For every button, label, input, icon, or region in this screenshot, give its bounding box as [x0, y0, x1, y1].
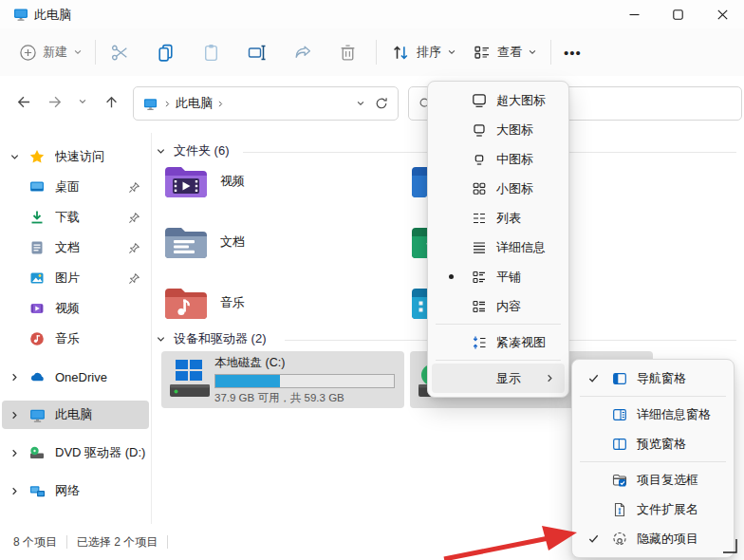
checkmark-icon	[587, 372, 600, 384]
sidebar-item-this-pc[interactable]: 此电脑	[2, 401, 149, 429]
share-button[interactable]	[288, 36, 316, 68]
submenu-item-navigation-pane[interactable]: 导航窗格	[576, 364, 730, 393]
submenu-item-preview-pane[interactable]: 预览窗格	[576, 429, 730, 458]
drives-section-header[interactable]: 设备和驱动器 (2)	[156, 330, 267, 347]
up-button[interactable]	[97, 87, 125, 116]
more-options-button[interactable]: •••	[560, 36, 586, 68]
pin-icon	[128, 181, 147, 194]
refresh-button[interactable]	[373, 97, 398, 110]
checkmark-icon	[587, 532, 600, 545]
address-dropdown-button[interactable]	[348, 99, 373, 108]
folder-tile-music[interactable]: 音乐	[163, 285, 400, 334]
copy-icon	[156, 43, 176, 63]
navigation-pane: 快速访问 桌面 下载 文档 图片	[0, 133, 151, 522]
this-pc-icon	[27, 407, 47, 423]
minimize-icon	[629, 9, 640, 20]
sidebar-item-dvd-drive[interactable]: DVD 驱动器 (D:) CP	[2, 439, 149, 467]
chevron-right-icon	[9, 486, 20, 496]
medium-icons-icon	[472, 152, 487, 167]
minimize-button[interactable]	[612, 0, 656, 28]
desktop-icon	[27, 179, 47, 195]
dvd-drive-icon	[27, 445, 47, 460]
copy-button[interactable]	[152, 36, 179, 68]
status-separator	[66, 535, 67, 549]
cut-icon	[110, 43, 130, 63]
pin-icon	[128, 212, 147, 224]
sidebar-item-music[interactable]: 音乐	[2, 325, 149, 353]
compact-view-icon	[472, 335, 487, 350]
menu-item-extra-large-icons[interactable]: 超大图标	[432, 85, 565, 115]
resize-grip-icon[interactable]	[719, 535, 738, 554]
menu-item-tiles[interactable]: 平铺	[432, 262, 565, 291]
folders-section-header[interactable]: 文件夹 (6)	[156, 142, 230, 159]
menu-item-list[interactable]: 列表	[432, 203, 565, 233]
large-icons-icon	[472, 122, 487, 138]
titlebar: 此电脑	[0, 0, 744, 28]
maximize-button[interactable]	[656, 0, 699, 28]
chevron-right-icon	[163, 100, 172, 108]
network-icon	[27, 483, 47, 499]
more-options-label: •••	[564, 45, 582, 61]
breadcrumb-this-pc[interactable]: 此电脑	[176, 95, 213, 112]
sidebar-item-network[interactable]: 网络	[2, 476, 149, 505]
toolbar-separator	[550, 40, 551, 65]
cut-button[interactable]	[106, 36, 134, 68]
view-button[interactable]: 查看	[469, 36, 541, 68]
view-menu: 超大图标 大图标 中图标 小图标 列表 详细信息 平铺 内容	[427, 81, 569, 398]
sidebar-item-desktop[interactable]: 桌面	[2, 173, 149, 201]
menu-item-compact-view[interactable]: 紧凑视图	[432, 327, 565, 357]
small-icons-icon	[472, 181, 487, 196]
sidebar-item-downloads[interactable]: 下载	[2, 203, 149, 232]
item-count: 8 个项目	[13, 534, 57, 551]
delete-button[interactable]	[334, 36, 362, 68]
chevron-down-icon	[9, 152, 20, 162]
menu-item-content[interactable]: 内容	[432, 291, 565, 321]
file-explorer-window: 此电脑 新建	[0, 0, 744, 560]
close-button[interactable]	[700, 0, 744, 28]
forward-button[interactable]	[42, 87, 70, 116]
rename-button[interactable]	[243, 36, 271, 68]
up-arrow-icon	[103, 94, 120, 110]
chevron-down-icon	[447, 47, 456, 57]
menu-item-small-icons[interactable]: 小图标	[432, 174, 565, 203]
sidebar-item-quick-access[interactable]: 快速访问	[2, 142, 149, 171]
plus-circle-icon	[19, 44, 37, 62]
drive-name: 本地磁盘 (C:)	[214, 355, 395, 371]
details-pane-icon	[612, 407, 627, 422]
submenu-item-hidden-items[interactable]: 隐藏的项目	[576, 524, 730, 553]
back-button[interactable]	[8, 87, 36, 116]
hidden-items-eye-icon	[612, 532, 627, 547]
chevron-down-icon	[78, 97, 87, 106]
drive-tile-c[interactable]: 本地磁盘 (C:) 37.9 GB 可用，共 59.3 GB	[161, 351, 404, 408]
recent-locations-button[interactable]	[72, 87, 93, 116]
submenu-item-details-pane[interactable]: 详细信息窗格	[576, 400, 730, 429]
sidebar-item-pictures[interactable]: 图片	[2, 264, 149, 292]
folder-tile-documents[interactable]: 文档	[163, 224, 400, 273]
new-button[interactable]: 新建	[15, 36, 86, 68]
address-bar[interactable]: 此电脑	[133, 86, 399, 121]
sidebar-item-onedrive[interactable]: OneDrive	[2, 363, 149, 391]
menu-item-large-icons[interactable]: 大图标	[432, 115, 565, 144]
chevron-down-icon	[356, 99, 365, 108]
chevron-right-icon	[9, 372, 20, 383]
command-toolbar: 新建 排序 查看	[0, 28, 744, 77]
submenu-item-item-checkboxes[interactable]: 项目复选框	[576, 465, 730, 495]
sidebar-item-documents[interactable]: 文档	[2, 233, 149, 262]
folder-tile-videos[interactable]: 视频	[163, 163, 400, 213]
menu-item-show[interactable]: 显示	[432, 364, 565, 393]
music-icon	[27, 331, 47, 346]
menu-item-medium-icons[interactable]: 中图标	[432, 144, 565, 174]
chevron-right-icon	[9, 448, 20, 458]
chevron-down-icon	[528, 47, 537, 57]
drive-detail: 37.9 GB 可用，共 59.3 GB	[214, 391, 395, 405]
pin-icon	[128, 272, 147, 285]
sort-button[interactable]: 排序	[387, 36, 460, 68]
capacity-bar	[214, 374, 395, 388]
paste-button[interactable]	[197, 36, 225, 68]
pin-icon	[128, 242, 147, 254]
menu-separator	[580, 396, 726, 397]
menu-item-details[interactable]: 详细信息	[432, 233, 565, 262]
submenu-item-file-extensions[interactable]: 文件扩展名	[576, 495, 730, 524]
tiles-view-icon	[473, 43, 492, 62]
sidebar-item-videos[interactable]: 视频	[2, 294, 149, 323]
